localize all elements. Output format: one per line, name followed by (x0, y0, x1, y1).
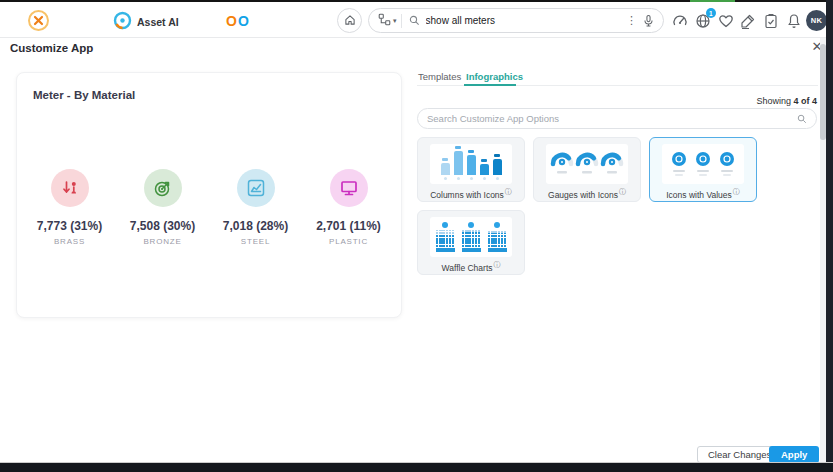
option-gauges-with-icons[interactable]: Gauges with Iconsⓘ (533, 137, 641, 202)
metric-brass: 7,773 (31%) BRASS (23, 169, 116, 246)
icons-with-values-thumbnail (662, 144, 744, 184)
option-waffle-charts[interactable]: Waffle Chartsⓘ (417, 210, 525, 275)
partner-logo-o2: O (238, 13, 250, 29)
metric-bronze: 7,508 (30%) BRONZE (116, 169, 209, 246)
globe-icon[interactable]: 1 (695, 13, 711, 29)
waffle-block (436, 222, 455, 252)
search-options-icon[interactable]: ⋮ (626, 14, 637, 27)
home-icon (344, 12, 356, 30)
asset-ai-logo-icon[interactable] (113, 11, 132, 30)
metric-label: PLASTIC (329, 237, 368, 246)
top-nav-icon-group: 1 (672, 13, 802, 29)
favorites-heart-icon[interactable] (718, 13, 734, 29)
metrics-row: 7,773 (31%) BRASS 7,508 (30%) BRONZE (23, 169, 395, 246)
tab-templates[interactable]: Templates (418, 71, 461, 82)
gauges-with-icons-thumbnail (546, 144, 628, 184)
notifications-bell-icon[interactable] (786, 13, 802, 29)
app-preview-card: Meter - By Material 7,773 (31%) BRASS (16, 72, 402, 318)
info-icon[interactable]: ⓘ (494, 261, 501, 268)
search-icon (797, 114, 807, 124)
tab-infographics[interactable]: Infographics (466, 71, 523, 82)
apply-button[interactable]: Apply (769, 446, 819, 463)
info-icon[interactable]: ⓘ (505, 188, 512, 195)
metric-value: 2,701 (11%) (316, 219, 381, 233)
window-frame-right (826, 0, 833, 472)
option-caption: Icons with Valuesⓘ (650, 187, 756, 200)
option-caption: Columns with Iconsⓘ (418, 187, 524, 200)
dialog-title: Customize App (10, 42, 93, 54)
option-columns-with-icons[interactable]: Columns with Iconsⓘ (417, 137, 525, 202)
info-icon[interactable]: ⓘ (733, 188, 740, 195)
preview-card-title: Meter - By Material (33, 89, 135, 101)
option-caption: Gauges with Iconsⓘ (534, 187, 640, 200)
app-window: Asset AI OO ▾ ⋮ (0, 0, 833, 472)
person-down-arrow-icon (51, 169, 89, 207)
options-search-bar[interactable] (417, 108, 817, 129)
metric-value: 7,508 (30%) (130, 219, 195, 233)
home-button[interactable] (337, 8, 362, 33)
chart-icon (237, 169, 275, 207)
caret-down-icon[interactable]: ▾ (393, 17, 397, 25)
metric-value: 7,018 (28%) (223, 219, 288, 233)
metric-label: BRASS (54, 237, 85, 246)
performance-gauge-icon[interactable] (672, 13, 688, 29)
metric-label: STEEL (241, 237, 270, 246)
search-divider (401, 14, 402, 28)
metric-plastic: 2,701 (11%) PLASTIC (302, 169, 395, 246)
metric-steel: 7,018 (28%) STEEL (209, 169, 302, 246)
active-tab-underline (464, 84, 516, 86)
search-input[interactable] (426, 15, 622, 26)
metric-label: BRONZE (143, 237, 181, 246)
columns-with-icons-thumbnail (430, 144, 512, 184)
partner-logo-o1: O (226, 13, 238, 29)
work-order-clipboard-icon[interactable] (763, 13, 779, 29)
showing-count-value: 4 of 4 (793, 96, 817, 106)
waffle-block (462, 222, 481, 252)
signature-pen-icon[interactable] (740, 13, 756, 29)
metric-value: 7,773 (31%) (37, 219, 102, 233)
waffle-block (488, 222, 507, 252)
search-icon (409, 15, 420, 26)
waffle-charts-thumbnail (430, 217, 512, 257)
brand-name: Asset AI (137, 16, 179, 28)
target-icon (144, 169, 182, 207)
app-launcher-button[interactable] (28, 10, 49, 31)
option-icons-with-values[interactable]: Icons with Valuesⓘ (649, 137, 757, 202)
options-search-input[interactable] (427, 113, 797, 124)
notification-badge: 1 (706, 8, 716, 18)
option-caption: Waffle Chartsⓘ (418, 260, 524, 273)
top-navigation-bar: Asset AI OO ▾ ⋮ (0, 2, 826, 38)
partner-logo: OO (226, 13, 250, 29)
user-avatar[interactable]: NK (806, 10, 827, 31)
window-frame-bottom (0, 463, 833, 472)
scope-filter-icon[interactable] (378, 12, 391, 30)
showing-count: Showing 4 of 4 (617, 96, 817, 106)
pinwheel-icon (33, 12, 44, 30)
info-icon[interactable]: ⓘ (619, 188, 626, 195)
global-search-bar[interactable]: ▾ ⋮ (368, 8, 664, 33)
window-frame-accent (690, 0, 735, 2)
monitor-icon (330, 169, 368, 207)
microphone-icon[interactable] (643, 14, 654, 27)
